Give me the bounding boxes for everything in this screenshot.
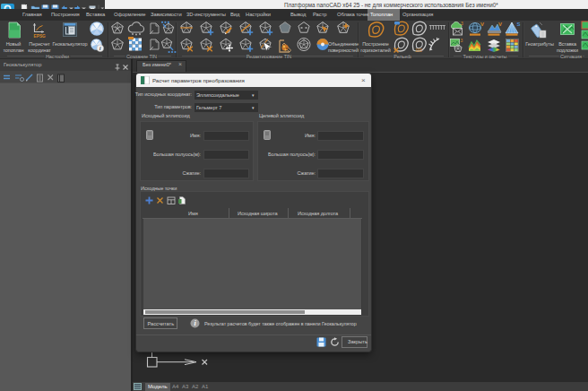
svg-text:3: 3 bbox=[461, 38, 463, 43]
svg-text:координат: координат bbox=[28, 48, 51, 53]
svg-text:Новый: Новый bbox=[6, 41, 22, 47]
svg-text:V: V bbox=[480, 22, 484, 27]
svg-text:3: 3 bbox=[461, 21, 463, 26]
svg-text:топоплан: топоплан bbox=[3, 48, 23, 53]
svg-text:поверхностей: поверхностей bbox=[328, 48, 359, 53]
svg-text:S: S bbox=[517, 22, 521, 27]
svg-text:EPSG: EPSG bbox=[34, 34, 47, 39]
svg-text:горизонталей: горизонталей bbox=[360, 48, 390, 53]
svg-text:Объединение: Объединение bbox=[328, 41, 359, 47]
svg-text:Пересчет: Пересчет bbox=[29, 41, 50, 47]
svg-text:подложки: подложки bbox=[557, 48, 578, 53]
svg-text:Вставка: Вставка bbox=[558, 41, 577, 47]
svg-text:Геокалькулятор: Геокалькулятор bbox=[53, 41, 88, 47]
svg-text:Геоатрибуты: Геоатрибуты bbox=[525, 41, 554, 47]
svg-text:Построение: Построение bbox=[362, 41, 389, 47]
svg-text:V: V bbox=[498, 22, 502, 27]
svg-text:i: i bbox=[99, 45, 101, 52]
svg-text:100: 100 bbox=[415, 48, 422, 53]
